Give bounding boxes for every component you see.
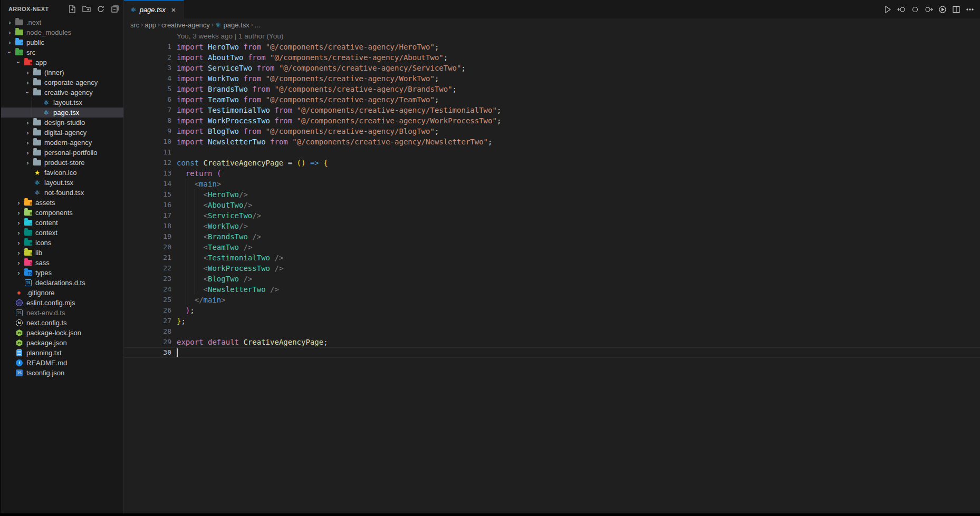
code-line-13[interactable]: 13 return (	[124, 168, 980, 179]
tree-folder-sass[interactable]: ›Ssass	[1, 258, 123, 268]
previous-change-icon[interactable]	[896, 4, 907, 15]
tree-folder-components[interactable]: ›▦components	[1, 208, 123, 218]
tree-folder-content[interactable]: ›▭content	[1, 218, 123, 228]
code-line-4[interactable]: 4import WorkTwo from "@/components/creat…	[124, 73, 980, 84]
run-or-debug-icon[interactable]	[937, 4, 948, 15]
tree-file-declarations-d-ts[interactable]: TSdeclarations.d.ts	[1, 278, 123, 288]
editor-actions	[882, 0, 980, 18]
tree-folder-icons[interactable]: ›▣icons	[1, 238, 123, 248]
code-line-16[interactable]: 16 <AboutTwo/>	[124, 200, 980, 210]
gitlens-blame-annotation: You, 3 weeks ago | 1 author (You)	[124, 31, 980, 42]
tree-folder-types[interactable]: ›TStypes	[1, 268, 123, 278]
code-line-9[interactable]: 9import BlogTwo from "@/components/creat…	[124, 126, 980, 137]
tree-file-eslint-config-mjs[interactable]: ○eslint.config.mjs	[1, 298, 123, 308]
code-line-10[interactable]: 10import NewsletterTwo from "@/component…	[124, 137, 980, 147]
folder-icon: ▣	[23, 238, 33, 248]
code-line-30[interactable]: 30	[124, 347, 980, 358]
tab-page-tsx[interactable]: ⚛ page.tsx ×	[124, 0, 184, 18]
breadcrumb-item-page-tsx[interactable]: ⚛page.tsx	[215, 21, 249, 29]
code-line-28[interactable]: 28	[124, 326, 980, 337]
tree-folder-public[interactable]: ›○public	[1, 37, 123, 47]
tree-folder-lib[interactable]: ›▮lib	[1, 248, 123, 258]
indent-guide	[186, 210, 186, 221]
code-line-18[interactable]: 18 <WorkTwo/>	[124, 221, 980, 231]
chevron-icon: ›	[23, 138, 32, 148]
tree-folder-app[interactable]: ›▦app	[1, 57, 123, 67]
more-actions-icon[interactable]	[964, 4, 976, 15]
code-line-5[interactable]: 5import BrandsTwo from "@/components/cre…	[124, 84, 980, 94]
code-line-12[interactable]: 12const CreativeAgencyPage = () => {	[124, 158, 980, 168]
code-line-20[interactable]: 20 <TeamTwo />	[124, 242, 980, 252]
code-line-8[interactable]: 8import WorkProcessTwo from "@/component…	[124, 115, 980, 126]
tree-folder-corporate-agency[interactable]: ›corporate-agency	[1, 77, 123, 87]
tree-folder-assets[interactable]: ›▤assets	[1, 198, 123, 208]
tree-folder-creative-agency[interactable]: ›creative-agency	[1, 87, 123, 98]
breadcrumb-item--[interactable]: ...	[255, 21, 261, 29]
chevron-icon: ›	[23, 88, 33, 97]
indent-guide	[186, 252, 186, 263]
run-icon[interactable]	[882, 4, 893, 15]
breadcrumb-item-creative-agency[interactable]: creative-agency	[161, 21, 210, 29]
code-line-22[interactable]: 22 <WorkProcessTwo />	[124, 263, 980, 274]
tree-file-page-tsx[interactable]: ⚛page.tsx	[1, 108, 123, 118]
tree-file-next-config-ts[interactable]: Nnext.config.ts	[1, 318, 123, 328]
code-line-26[interactable]: 26 );	[124, 305, 980, 316]
code-line-23[interactable]: 23 <BlogTwo />	[124, 274, 980, 284]
code-line-19[interactable]: 19 <BrandsTwo />	[124, 231, 980, 242]
code-line-6[interactable]: 6import TeamTwo from "@/components/creat…	[124, 94, 980, 105]
code-line-14[interactable]: 14 <main>	[124, 179, 980, 189]
tree-folder-digital-agency[interactable]: ›digital-agency	[1, 128, 123, 138]
line-number: 12	[124, 158, 171, 168]
code-line-11[interactable]: 11	[124, 147, 980, 158]
tree-folder-modern-agency[interactable]: ›modern-agency	[1, 138, 123, 148]
tree-folder-design-studio[interactable]: ›design-studio	[1, 118, 123, 128]
tree-file-next-env-d-ts[interactable]: TSnext-env.d.ts	[1, 308, 123, 318]
tree-folder-node-modules[interactable]: ›node_modules	[1, 27, 123, 37]
tree-folder--next[interactable]: ›.next	[1, 17, 123, 27]
tree-folder-context[interactable]: ›∴context	[1, 228, 123, 238]
next-change-icon[interactable]	[923, 4, 935, 15]
tree-file-package-lock-json[interactable]: JSpackage-lock.json	[1, 328, 123, 338]
code-line-29[interactable]: 29export default CreativeAgencyPage;	[124, 337, 980, 347]
code-line-1[interactable]: 1import HeroTwo from "@/components/creat…	[124, 42, 980, 52]
code-editor[interactable]: You, 3 weeks ago | 1 author (You) 1impor…	[124, 31, 980, 513]
tree-file-favicon-ico[interactable]: ★favicon.ico	[1, 168, 123, 178]
folder-icon: ▭	[23, 218, 33, 228]
code-line-15[interactable]: 15 <HeroTwo/>	[124, 189, 980, 200]
breadcrumb-item-src[interactable]: src	[130, 21, 139, 29]
tree-file-layout-tsx[interactable]: ⚛layout.tsx	[1, 178, 123, 188]
tree-file--gitignore[interactable]: ■.gitignore	[1, 288, 123, 298]
code-line-3[interactable]: 3import ServiceTwo from "@/components/cr…	[124, 63, 980, 73]
tree-folder-product-store[interactable]: ›product-store	[1, 158, 123, 168]
line-content: import BlogTwo from "@/components/creati…	[177, 126, 980, 137]
tree-file-package-json[interactable]: JSpackage.json	[1, 338, 123, 348]
tree-file-layout-tsx[interactable]: ⚛layout.tsx	[1, 98, 123, 108]
tree-folder--inner-[interactable]: ›(inner)	[1, 67, 123, 77]
tree-folder-src[interactable]: ›‹›src	[1, 47, 123, 57]
code-line-17[interactable]: 17 <ServiceTwo/>	[124, 210, 980, 221]
new-file-icon[interactable]	[67, 4, 78, 14]
chevron-icon: ›	[23, 128, 32, 138]
code-line-24[interactable]: 24 <NewsletterTwo />	[124, 284, 980, 295]
code-line-27[interactable]: 27};	[124, 316, 980, 326]
tree-file-not-found-tsx[interactable]: ⚛not-found.tsx	[1, 188, 123, 198]
tree-folder-personal-portfolio[interactable]: ›personal-portfolio	[1, 148, 123, 158]
indent-guide	[186, 200, 186, 210]
code-line-2[interactable]: 2import AboutTwo from "@/components/crea…	[124, 52, 980, 63]
tree-file-tsconfig-json[interactable]: TStsconfig.json	[1, 368, 123, 378]
tree-file-readme-md[interactable]: iREADME.md	[1, 358, 123, 368]
collapse-folders-icon[interactable]	[110, 4, 120, 14]
code-line-7[interactable]: 7import TestimonialTwo from "@/component…	[124, 105, 980, 115]
code-line-21[interactable]: 21 <TestimonialTwo />	[124, 252, 980, 263]
breadcrumb-item-app[interactable]: app	[145, 21, 156, 29]
refresh-explorer-icon[interactable]	[95, 4, 106, 14]
tree-file-planning-txt[interactable]: planning.txt	[1, 348, 123, 358]
indent-guide	[195, 252, 195, 263]
line-number: 6	[124, 94, 171, 105]
code-line-25[interactable]: 25 </main>	[124, 295, 980, 305]
new-folder-icon[interactable]	[81, 4, 92, 14]
line-content: <TeamTwo />	[177, 242, 980, 252]
close-tab-icon[interactable]: ×	[169, 5, 178, 14]
split-editor-icon[interactable]	[950, 4, 962, 15]
change-icon[interactable]	[909, 4, 921, 15]
